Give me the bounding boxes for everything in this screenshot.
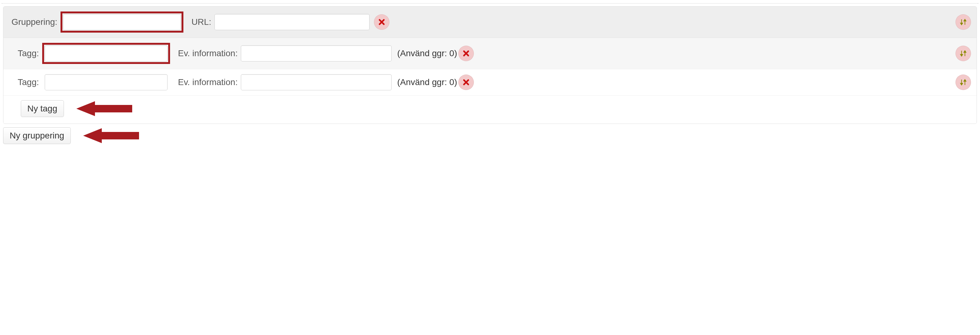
highlight-grouping — [60, 11, 183, 33]
close-icon — [378, 18, 385, 26]
close-icon — [462, 49, 470, 57]
new-group-row: Ny gruppering — [3, 124, 977, 144]
info-input[interactable] — [241, 45, 391, 61]
tag-input[interactable] — [45, 74, 167, 90]
svg-marker-0 — [76, 101, 132, 116]
tag-row: Tagg: Ev. information: (Använd ggr: 0) — [3, 69, 977, 96]
grouping-label: Gruppering: — [11, 17, 57, 27]
info-label: Ev. information: — [178, 48, 238, 58]
move-icon — [959, 78, 967, 86]
tag-label: Tagg: — [18, 48, 39, 58]
highlight-tag — [42, 43, 170, 64]
url-input[interactable] — [215, 14, 370, 30]
move-tag-button[interactable] — [956, 75, 971, 90]
move-icon — [959, 18, 967, 26]
new-tag-row: Ny tagg — [3, 96, 977, 124]
tag-label: Tagg: — [18, 77, 39, 87]
delete-tag-button[interactable] — [458, 46, 474, 61]
move-tag-button[interactable] — [956, 46, 971, 61]
usage-count: 0 — [449, 77, 454, 87]
arrow-annotation — [83, 127, 139, 144]
new-group-button[interactable]: Ny gruppering — [3, 127, 71, 144]
grouping-input[interactable] — [63, 14, 181, 30]
move-group-button[interactable] — [956, 14, 971, 30]
usage-text: (Använd ggr: 0) — [397, 48, 457, 58]
group-panel: Gruppering: URL: Tagg: Ev. information: — [3, 6, 977, 124]
arrow-annotation — [76, 100, 132, 117]
new-tag-button[interactable]: Ny tagg — [21, 100, 64, 117]
delete-group-button[interactable] — [374, 14, 390, 30]
group-row: Gruppering: URL: — [3, 6, 977, 38]
close-icon — [462, 78, 470, 86]
move-icon — [959, 49, 967, 57]
tag-row: Tagg: Ev. information: (Använd ggr: 0) — [3, 38, 977, 69]
usage-count: 0 — [449, 48, 454, 58]
tag-input[interactable] — [45, 45, 167, 61]
info-input[interactable] — [241, 74, 391, 90]
svg-marker-1 — [83, 128, 139, 143]
delete-tag-button[interactable] — [458, 75, 474, 90]
url-label: URL: — [191, 17, 211, 27]
info-label: Ev. information: — [178, 77, 238, 87]
usage-text: (Använd ggr: 0) — [397, 77, 457, 87]
top-divider — [2, 3, 978, 4]
